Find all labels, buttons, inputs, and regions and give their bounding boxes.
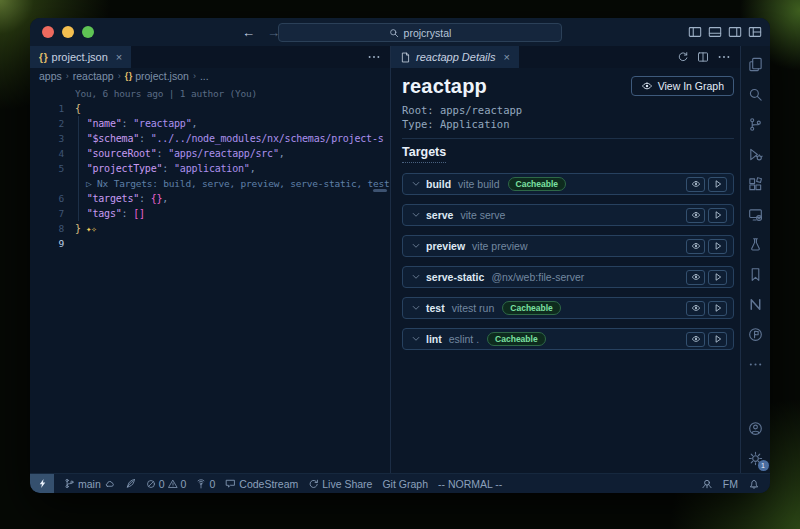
run-target-button[interactable]	[708, 208, 727, 223]
toggle-sidebar-left-icon[interactable]	[688, 25, 702, 39]
git-graph-status[interactable]: Git Graph	[382, 478, 428, 490]
activity-item-explorer[interactable]	[741, 49, 771, 79]
toggle-panel-icon[interactable]	[708, 25, 722, 39]
view-target-button[interactable]	[686, 270, 705, 285]
code-line[interactable]: 5 "projectType": "application",	[30, 161, 390, 176]
target-row[interactable]: lint eslint . Cacheable	[402, 328, 734, 350]
activity-item-account[interactable]	[741, 413, 771, 443]
code-line[interactable]: 1 {	[30, 101, 390, 116]
remote-indicator[interactable]	[30, 474, 54, 493]
activity-item-extensions[interactable]	[741, 169, 771, 199]
activity-item-gitlens[interactable]	[741, 319, 771, 349]
view-target-button[interactable]	[686, 177, 705, 192]
close-tab-icon[interactable]: ×	[504, 51, 510, 63]
scrollbar-thumb[interactable]	[373, 189, 387, 192]
activity-item-testing[interactable]	[741, 229, 771, 259]
line-number[interactable]: 4	[30, 146, 75, 161]
vim-mode-status[interactable]: -- NORMAL --	[438, 478, 502, 490]
activity-item-bookmarks[interactable]	[741, 259, 771, 289]
minimize-window-button[interactable]	[62, 26, 74, 38]
code-line[interactable]: 3 "$schema": "../../node_modules/nx/sche…	[30, 131, 390, 146]
run-target-button[interactable]	[708, 270, 727, 285]
eye-icon	[691, 179, 701, 189]
more-actions-icon[interactable]	[717, 50, 731, 64]
code-line[interactable]: 8 } ✦✧	[30, 221, 390, 236]
fm-status[interactable]: FM	[723, 478, 738, 490]
run-target-button[interactable]	[708, 301, 727, 316]
activity-item-search[interactable]	[741, 79, 771, 109]
command-center-search[interactable]: projcrystal	[278, 23, 562, 42]
view-target-button[interactable]	[686, 301, 705, 316]
refresh-icon[interactable]	[677, 51, 689, 63]
target-name: serve-static	[426, 271, 484, 283]
notifications-status[interactable]	[748, 478, 760, 490]
target-row[interactable]: serve-static @nx/web:file-server	[402, 266, 734, 288]
code-text: "name": "reactapp",	[75, 116, 390, 131]
code-line[interactable]: 7 "tags": []	[30, 206, 390, 221]
tab-project-json[interactable]: { } project.json ×	[30, 46, 131, 68]
pull-request-status[interactable]	[125, 478, 136, 489]
target-row[interactable]: preview vite preview	[402, 235, 734, 257]
live-share-status[interactable]: Live Share	[308, 478, 372, 490]
code-editor[interactable]: You, 6 hours ago | 1 author (You) 1 { 2 …	[30, 84, 390, 473]
activity-item-source-control[interactable]	[741, 109, 771, 139]
chevron-down-icon[interactable]	[411, 272, 421, 282]
target-row[interactable]: serve vite serve	[402, 204, 734, 226]
octopus-status[interactable]	[701, 478, 713, 490]
code-line[interactable]: ▷ Nx Targets: build, serve, preview, ser…	[30, 176, 390, 191]
activity-item-nx-console[interactable]	[741, 289, 771, 319]
run-target-button[interactable]	[708, 239, 727, 254]
problems-status[interactable]: 0 0	[146, 478, 187, 490]
ports-status[interactable]: 0	[196, 478, 215, 490]
chevron-down-icon[interactable]	[411, 210, 421, 220]
activity-item-remote[interactable]	[741, 199, 771, 229]
branch-status[interactable]: main	[64, 478, 115, 490]
code-line[interactable]: You, 6 hours ago | 1 author (You)	[30, 86, 390, 101]
error-icon	[146, 479, 156, 489]
line-number[interactable]	[30, 176, 75, 191]
more-actions-icon[interactable]	[367, 50, 381, 64]
split-editor-icon[interactable]	[697, 51, 709, 63]
customize-layout-icon[interactable]	[748, 25, 762, 39]
line-number[interactable]: 1	[30, 101, 75, 116]
code-line[interactable]: 4 "sourceRoot": "apps/reactapp/src",	[30, 146, 390, 161]
line-number[interactable]: 2	[30, 116, 75, 131]
toggle-sidebar-right-icon[interactable]	[728, 25, 742, 39]
line-number[interactable]: 9	[30, 236, 75, 251]
close-window-button[interactable]	[42, 26, 54, 38]
codestream-status[interactable]: CodeStream	[225, 478, 298, 490]
view-target-button[interactable]	[686, 332, 705, 347]
activity-item-settings[interactable]: 1	[741, 443, 771, 473]
close-tab-icon[interactable]: ×	[116, 51, 122, 63]
chevron-down-icon[interactable]	[411, 303, 421, 313]
run-target-button[interactable]	[708, 332, 727, 347]
view-target-button[interactable]	[686, 239, 705, 254]
back-icon[interactable]: ←	[242, 25, 255, 40]
chevron-down-icon[interactable]	[411, 334, 421, 344]
breadcrumb-item[interactable]: ...	[200, 70, 209, 82]
chevron-down-icon[interactable]	[411, 179, 421, 189]
line-number[interactable]: 3	[30, 131, 75, 146]
target-row[interactable]: test vitest run Cacheable	[402, 297, 734, 319]
view-target-button[interactable]	[686, 208, 705, 223]
breadcrumb-item[interactable]: project.json	[135, 70, 189, 82]
chevron-down-icon[interactable]	[411, 241, 421, 251]
line-number[interactable]: 6	[30, 191, 75, 206]
line-number[interactable]: 5	[30, 161, 75, 176]
code-line[interactable]: 2 "name": "reactapp",	[30, 116, 390, 131]
zoom-window-button[interactable]	[82, 26, 94, 38]
target-row[interactable]: build vite build Cacheable	[402, 173, 734, 195]
breadcrumb-item[interactable]: reactapp	[73, 70, 114, 82]
code-line[interactable]: 9	[30, 236, 390, 251]
error-count: 0	[159, 478, 165, 490]
breadcrumb-item[interactable]: apps	[39, 70, 62, 82]
line-number[interactable]: 8	[30, 221, 75, 236]
line-number[interactable]: 7	[30, 206, 75, 221]
code-line[interactable]: 6 "targets": {},	[30, 191, 390, 206]
run-target-button[interactable]	[708, 177, 727, 192]
activity-item-run-debug[interactable]	[741, 139, 771, 169]
activity-item-more[interactable]	[741, 349, 771, 379]
view-in-graph-button[interactable]: View In Graph	[631, 76, 734, 96]
line-number[interactable]	[30, 86, 75, 101]
tab-reactapp-details[interactable]: reactapp Details ×	[391, 46, 519, 68]
